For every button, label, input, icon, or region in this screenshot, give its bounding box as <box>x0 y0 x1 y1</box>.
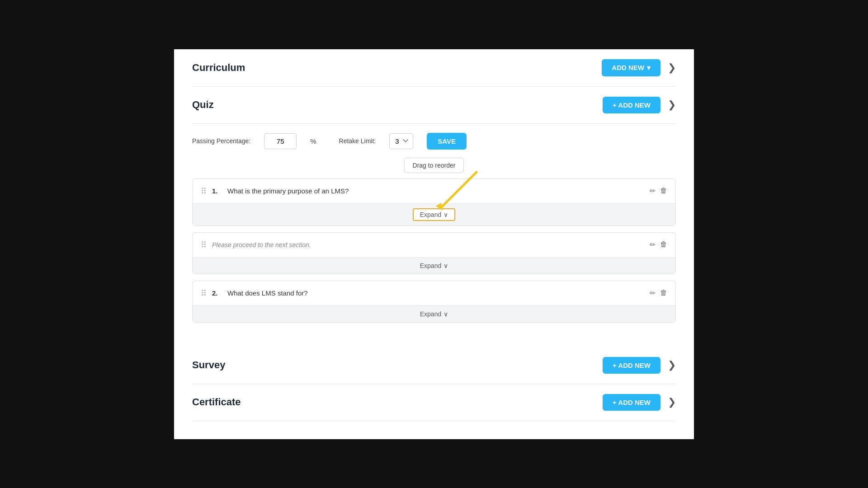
survey-title: Survey <box>192 359 225 371</box>
expand-sep-chevron: ∨ <box>443 262 448 269</box>
question-1-expand-button[interactable]: Expand ∨ <box>413 208 455 221</box>
question-1-expand-bar[interactable]: Expand ∨ <box>193 203 675 225</box>
drag-tooltip-wrapper: Drag to reorder <box>192 158 676 173</box>
separator-actions: ✏ 🗑 <box>650 240 667 249</box>
retake-limit-label: Retake Limit: <box>339 137 376 145</box>
separator-card: ⠿ Please proceed to the next section. ✏ … <box>192 232 676 274</box>
curriculum-title: Curriculum <box>192 62 245 74</box>
expand-2-label: Expand <box>420 310 441 318</box>
question-1-number: 1. <box>212 187 222 195</box>
edit-question-1-icon[interactable]: ✏ <box>650 187 656 195</box>
question-card-2: ⠿ 2. What does LMS stand for? ✏ 🗑 Expand… <box>192 281 676 323</box>
question-2-expand-bar[interactable]: Expand ∨ <box>193 305 675 322</box>
quiz-section-right: + ADD NEW ❯ <box>603 97 676 113</box>
curriculum-section-right: ADD NEW ▾ ❯ <box>602 59 676 76</box>
question-1-header: ⠿ 1. What is the primary purpose of an L… <box>193 179 675 203</box>
certificate-collapse-icon[interactable]: ❯ <box>668 396 676 408</box>
certificate-section: Certificate + ADD NEW ❯ <box>192 384 676 421</box>
passing-percentage-label: Passing Percentage: <box>192 137 250 145</box>
edit-question-2-icon[interactable]: ✏ <box>650 289 656 297</box>
quiz-collapse-icon[interactable]: ❯ <box>668 99 676 111</box>
question-2-actions: ✏ 🗑 <box>650 289 667 297</box>
separator-text: Please proceed to the next section. <box>212 241 644 249</box>
survey-add-new-button[interactable]: + ADD NEW <box>603 357 660 374</box>
expand-1-label: Expand <box>420 211 441 218</box>
retake-limit-select[interactable]: 1 2 3 4 5 <box>389 133 413 149</box>
question-2-header: ⠿ 2. What does LMS stand for? ✏ 🗑 <box>193 281 675 305</box>
drag-handle-2[interactable]: ⠿ <box>201 288 207 298</box>
delete-question-2-icon[interactable]: 🗑 <box>660 289 667 297</box>
main-container: Curriculum ADD NEW ▾ ❯ Quiz + ADD NEW ❯ … <box>174 49 694 439</box>
survey-collapse-icon[interactable]: ❯ <box>668 359 676 371</box>
edit-separator-icon[interactable]: ✏ <box>650 240 656 249</box>
survey-section: Survey + ADD NEW ❯ <box>192 347 676 384</box>
delete-question-1-icon[interactable]: 🗑 <box>660 187 667 195</box>
separator-header: ⠿ Please proceed to the next section. ✏ … <box>193 233 675 257</box>
curriculum-section: Curriculum ADD NEW ▾ ❯ <box>192 49 676 87</box>
question-2-text: What does LMS stand for? <box>227 289 644 297</box>
passing-percentage-input[interactable] <box>264 133 297 149</box>
chevron-down-icon: ▾ <box>647 64 651 72</box>
save-button[interactable]: SAVE <box>427 133 467 150</box>
certificate-title: Certificate <box>192 396 241 408</box>
separator-expand-bar[interactable]: Expand ∨ <box>193 257 675 274</box>
curriculum-collapse-icon[interactable]: ❯ <box>668 62 676 74</box>
survey-section-right: + ADD NEW ❯ <box>603 357 676 374</box>
expand-1-chevron: ∨ <box>443 211 448 218</box>
expand-sep-label: Expand <box>420 262 441 269</box>
drag-handle-1[interactable]: ⠿ <box>201 186 207 196</box>
separator-expand-button[interactable]: Expand ∨ <box>420 262 448 269</box>
certificate-section-right: + ADD NEW ❯ <box>603 394 676 411</box>
quiz-add-new-button[interactable]: + ADD NEW <box>603 97 660 113</box>
quiz-settings: Passing Percentage: % Retake Limit: 1 2 … <box>192 124 676 154</box>
certificate-add-new-button[interactable]: + ADD NEW <box>603 394 660 411</box>
question-1-text: What is the primary purpose of an LMS? <box>227 187 644 195</box>
percent-symbol: % <box>310 137 316 145</box>
drag-tooltip: Drag to reorder <box>404 158 464 173</box>
expand-2-chevron: ∨ <box>443 310 448 318</box>
drag-handle-sep[interactable]: ⠿ <box>201 240 207 250</box>
question-card-1: ⠿ 1. What is the primary purpose of an L… <box>192 178 676 226</box>
question-2-number: 2. <box>212 289 222 297</box>
delete-separator-icon[interactable]: 🗑 <box>660 240 667 249</box>
quiz-section-header: Quiz + ADD NEW ❯ <box>192 87 676 124</box>
question-1-actions: ✏ 🗑 <box>650 187 667 195</box>
quiz-title: Quiz <box>192 99 214 111</box>
curriculum-add-new-button[interactable]: ADD NEW ▾ <box>602 59 660 76</box>
question-2-expand-button[interactable]: Expand ∨ <box>420 310 448 318</box>
